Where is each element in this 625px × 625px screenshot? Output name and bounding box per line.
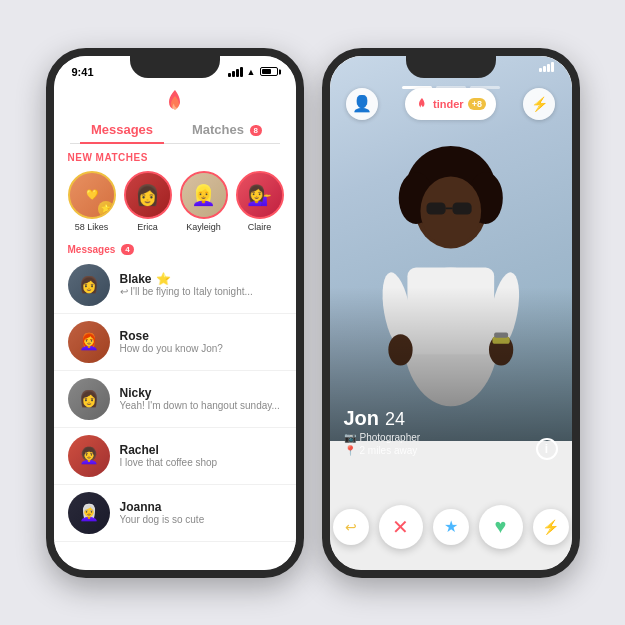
like-button[interactable]: ♥ <box>479 505 523 549</box>
match-avatar-likes: 💛 ⭐ <box>68 171 116 219</box>
tinder-flame-icon <box>415 97 429 111</box>
msg-avatar-joanna: 👩‍🦳 <box>68 492 110 534</box>
match-item-claire[interactable]: 💁‍♀️ Claire <box>236 171 284 232</box>
msg-name-rachel: Rachel <box>120 443 282 457</box>
phones-container: 9:41 ▲ <box>46 48 580 578</box>
msg-content-nicky: Nicky Yeah! I'm down to hangout sunday..… <box>120 386 282 411</box>
star-badge-blake: ⭐ <box>156 272 171 286</box>
msg-preview-blake: ↩ I'll be flying to Italy tonight... <box>120 286 282 297</box>
lightning-icon: ⚡ <box>531 96 548 112</box>
match-item-kayleigh[interactable]: 👱‍♀️ Kayleigh <box>180 171 228 232</box>
profile-name-age: Jon 24 <box>344 407 558 430</box>
status-icons-2 <box>539 62 554 72</box>
tab-matches[interactable]: Matches 8 <box>175 116 280 143</box>
msg-preview-rose: How do you know Jon? <box>120 343 282 354</box>
wifi-icon: ▲ <box>247 67 256 77</box>
profile-occupation: 📷 Photographer <box>344 432 558 443</box>
message-item-blake[interactable]: 👩 Blake ⭐ ↩ I'll be flying to Italy toni… <box>54 257 296 314</box>
phone-messages: 9:41 ▲ <box>46 48 304 578</box>
msg-content-joanna: Joanna Your dog is so cute <box>120 500 282 525</box>
msg-name-nicky: Nicky <box>120 386 282 400</box>
nope-button[interactable]: ✕ <box>379 505 423 549</box>
tabs: Messages Matches 8 <box>70 116 280 144</box>
match-item-erica[interactable]: 👩 Erica <box>124 171 172 232</box>
message-item-rachel[interactable]: 👩‍🦱 Rachel I love that coffee shop <box>54 428 296 485</box>
messages-badge: 4 <box>121 244 133 255</box>
svg-rect-7 <box>452 202 471 214</box>
tab-messages[interactable]: Messages <box>70 116 175 143</box>
profile-icon-right[interactable]: ⚡ <box>523 88 555 120</box>
match-label-likes: 58 Likes <box>75 222 109 232</box>
match-avatar-erica: 👩 <box>124 171 172 219</box>
notch-2 <box>406 56 496 78</box>
message-item-joanna[interactable]: 👩‍🦳 Joanna Your dog is so cute <box>54 485 296 542</box>
plus-badge: +8 <box>468 98 486 110</box>
profile-icon-left[interactable]: 👤 <box>346 88 378 120</box>
messages-section-label: Messages 4 <box>54 240 296 257</box>
profile-name: Jon <box>344 407 380 430</box>
status-icons-1: ▲ <box>228 67 278 77</box>
match-label-kayleigh: Kayleigh <box>186 222 221 232</box>
battery-icon <box>260 67 278 76</box>
msg-name-blake: Blake ⭐ <box>120 272 282 286</box>
msg-content-rose: Rose How do you know Jon? <box>120 329 282 354</box>
likes-badge-icon: ⭐ <box>98 201 114 217</box>
msg-content-blake: Blake ⭐ ↩ I'll be flying to Italy tonigh… <box>120 272 282 297</box>
tinder-label: tinder <box>433 98 464 110</box>
new-matches-label: New Matches <box>54 144 296 167</box>
action-buttons: ↩ ✕ ★ ♥ ⚡ <box>330 505 572 549</box>
profile-info: Jon 24 📷 Photographer 📍 2 miles away <box>330 407 572 456</box>
msg-content-rachel: Rachel I love that coffee shop <box>120 443 282 468</box>
match-avatar-claire: 💁‍♀️ <box>236 171 284 219</box>
super-like-button[interactable]: ★ <box>433 509 469 545</box>
msg-avatar-rachel: 👩‍🦱 <box>68 435 110 477</box>
status-time-1: 9:41 <box>72 66 94 78</box>
match-item-likes[interactable]: 💛 ⭐ 58 Likes <box>68 171 116 232</box>
profile-age: 24 <box>385 409 405 430</box>
msg-preview-joanna: Your dog is so cute <box>120 514 282 525</box>
svg-rect-6 <box>426 202 445 214</box>
msg-avatar-rose: 👩‍🦰 <box>68 321 110 363</box>
signal-icon-2 <box>539 62 554 72</box>
rewind-button[interactable]: ↩ <box>333 509 369 545</box>
match-avatar-kayleigh: 👱‍♀️ <box>180 171 228 219</box>
msg-name-joanna: Joanna <box>120 500 282 514</box>
profile-header-icons: 👤 tinder +8 ⚡ <box>330 84 572 124</box>
msg-preview-rachel: I love that coffee shop <box>120 457 282 468</box>
tinder-logo <box>161 88 189 116</box>
boost-button[interactable]: ⚡ <box>533 509 569 545</box>
msg-name-rose: Rose <box>120 329 282 343</box>
msg-avatar-nicky: 👩 <box>68 378 110 420</box>
notch <box>130 56 220 78</box>
location-icon: 📍 <box>344 445 356 456</box>
msg-preview-nicky: Yeah! I'm down to hangout sunday... <box>120 400 282 411</box>
camera-icon: 📷 <box>344 432 356 443</box>
profile-distance: 📍 2 miles away <box>344 445 558 456</box>
message-item-nicky[interactable]: 👩 Nicky Yeah! I'm down to hangout sunday… <box>54 371 296 428</box>
msg-avatar-blake: 👩 <box>68 264 110 306</box>
messages-header: Messages Matches 8 <box>54 84 296 144</box>
matches-badge: 8 <box>250 125 262 136</box>
match-label-erica: Erica <box>137 222 158 232</box>
tinder-pill[interactable]: tinder +8 <box>405 88 496 120</box>
matches-row: 💛 ⭐ 58 Likes 👩 Erica 👱‍♀️ <box>54 167 296 240</box>
message-item-rose[interactable]: 👩‍🦰 Rose How do you know Jon? <box>54 314 296 371</box>
phone-profile: 👤 tinder +8 ⚡ Jon 24 <box>322 48 580 578</box>
person-icon: 👤 <box>352 94 372 113</box>
match-label-claire: Claire <box>248 222 272 232</box>
signal-icon <box>228 67 243 77</box>
